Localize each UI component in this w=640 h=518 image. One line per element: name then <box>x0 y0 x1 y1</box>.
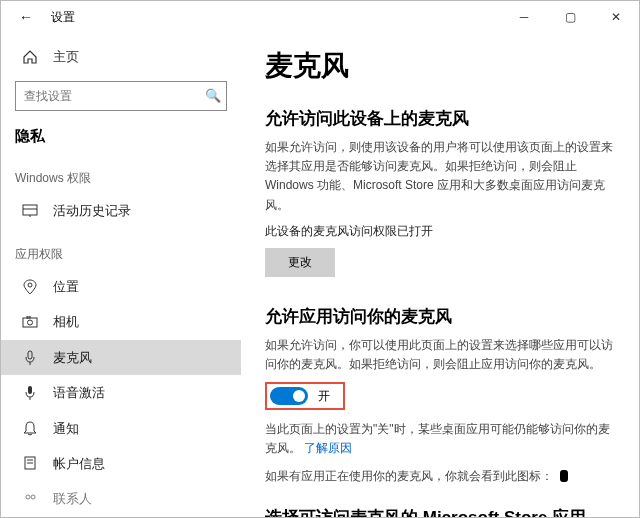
svg-rect-4 <box>23 318 37 327</box>
sidebar-item-microphone[interactable]: 麦克风 <box>1 340 241 375</box>
sidebar-item-label: 活动历史记录 <box>53 202 131 220</box>
sidebar-item-label: 相机 <box>53 313 79 331</box>
sidebar-item-location[interactable]: 位置 <box>1 269 241 304</box>
learn-more-link[interactable]: 了解原因 <box>304 441 352 455</box>
search-icon[interactable]: 🔍 <box>205 87 221 102</box>
voice-icon <box>21 385 39 401</box>
bell-icon <box>21 421 39 437</box>
camera-icon <box>21 316 39 328</box>
account-icon <box>21 456 39 472</box>
sidebar-item-label: 麦克风 <box>53 349 92 367</box>
sidebar-home[interactable]: 主页 <box>1 41 241 73</box>
history-icon <box>21 204 39 218</box>
section-app-access-title: 允许应用访问你的麦克风 <box>265 305 615 328</box>
content-pane: 麦克风 允许访问此设备上的麦克风 如果允许访问，则使用该设备的用户将可以使用该页… <box>241 33 639 517</box>
search-input[interactable] <box>15 81 227 111</box>
svg-point-3 <box>28 283 32 287</box>
sidebar-group-apps: 应用权限 <box>1 228 241 269</box>
close-button[interactable]: ✕ <box>593 1 639 33</box>
svg-rect-6 <box>27 316 30 318</box>
app-access-note: 当此页面上的设置为"关"时，某些桌面应用可能仍能够访问你的麦克风。 了解原因 <box>265 420 615 458</box>
location-icon <box>21 279 39 295</box>
section-device-access-desc: 如果允许访问，则使用该设备的用户将可以使用该页面上的设置来选择其应用是否能够访问… <box>265 138 615 215</box>
change-button[interactable]: 更改 <box>265 248 335 277</box>
sidebar-item-account-info[interactable]: 帐户信息 <box>1 446 241 481</box>
svg-point-5 <box>28 320 33 325</box>
section-app-access-desc: 如果允许访问，你可以使用此页面上的设置来选择哪些应用可以访问你的麦克风。如果拒绝… <box>265 336 615 374</box>
svg-point-15 <box>31 495 35 499</box>
sidebar-item-label: 通知 <box>53 420 79 438</box>
sidebar-item-notifications[interactable]: 通知 <box>1 411 241 446</box>
window-title: 设置 <box>51 9 75 26</box>
svg-rect-0 <box>23 205 37 215</box>
sidebar-item-voice-activation[interactable]: 语音激活 <box>1 375 241 410</box>
toggle-label: 开 <box>318 388 330 405</box>
usage-note: 如果有应用正在使用你的麦克风，你就会看到此图标： <box>265 467 615 486</box>
svg-point-14 <box>26 495 30 499</box>
page-title: 麦克风 <box>265 47 615 85</box>
back-icon[interactable]: ← <box>19 9 33 25</box>
contacts-icon <box>21 493 39 505</box>
home-icon <box>21 49 39 65</box>
device-access-status: 此设备的麦克风访问权限已打开 <box>265 223 615 240</box>
sidebar-home-label: 主页 <box>53 48 79 66</box>
sidebar-item-activity-history[interactable]: 活动历史记录 <box>1 193 241 228</box>
sidebar: 主页 🔍 隐私 Windows 权限 活动历史记录 应用权限 位置 <box>1 33 241 517</box>
sidebar-item-camera[interactable]: 相机 <box>1 305 241 340</box>
sidebar-category: 隐私 <box>1 117 241 152</box>
app-access-toggle[interactable] <box>270 387 308 405</box>
microphone-indicator-icon <box>560 470 568 482</box>
minimize-button[interactable]: ─ <box>501 1 547 33</box>
svg-rect-7 <box>28 351 32 359</box>
svg-rect-9 <box>28 386 32 394</box>
section-device-access-title: 允许访问此设备上的麦克风 <box>265 107 615 130</box>
sidebar-group-windows: Windows 权限 <box>1 152 241 193</box>
sidebar-item-label: 位置 <box>53 278 79 296</box>
sidebar-item-contacts[interactable]: 联系人 <box>1 482 241 517</box>
microphone-icon <box>21 350 39 366</box>
section-store-apps-title: 选择可访问麦克风的 Microsoft Store 应用 <box>265 506 615 517</box>
sidebar-item-label: 语音激活 <box>53 384 105 402</box>
maximize-button[interactable]: ▢ <box>547 1 593 33</box>
sidebar-item-label: 帐户信息 <box>53 455 105 473</box>
sidebar-item-label: 联系人 <box>53 490 92 508</box>
